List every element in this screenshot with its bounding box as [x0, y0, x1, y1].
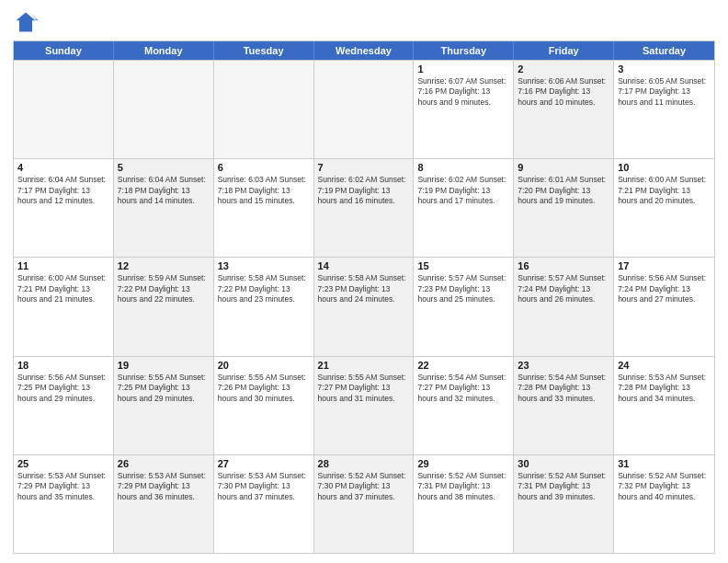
day-info: Sunrise: 5:53 AM Sunset: 7:29 PM Dayligh… [17, 471, 109, 502]
day-info: Sunrise: 5:57 AM Sunset: 7:24 PM Dayligh… [518, 273, 609, 304]
day-cell-25: 25Sunrise: 5:53 AM Sunset: 7:29 PM Dayli… [14, 455, 114, 553]
day-info: Sunrise: 6:04 AM Sunset: 7:18 PM Dayligh… [118, 175, 210, 206]
day-cell-15: 15Sunrise: 5:57 AM Sunset: 7:23 PM Dayli… [414, 258, 514, 355]
day-info: Sunrise: 6:07 AM Sunset: 7:16 PM Dayligh… [417, 76, 509, 108]
day-info: Sunrise: 5:52 AM Sunset: 7:30 PM Dayligh… [318, 471, 410, 502]
day-number: 18 [17, 360, 109, 371]
day-info: Sunrise: 6:00 AM Sunset: 7:21 PM Dayligh… [17, 273, 109, 304]
calendar-header-row: SundayMondayTuesdayWednesdayThursdayFrid… [14, 41, 714, 60]
empty-cell [314, 61, 415, 158]
logo [13, 9, 42, 35]
day-number: 12 [118, 260, 210, 271]
day-info: Sunrise: 5:54 AM Sunset: 7:27 PM Dayligh… [417, 373, 509, 404]
day-info: Sunrise: 6:01 AM Sunset: 7:20 PM Dayligh… [518, 175, 609, 206]
day-info: Sunrise: 6:02 AM Sunset: 7:19 PM Dayligh… [318, 175, 410, 206]
header-cell-friday: Friday [514, 41, 614, 60]
day-number: 3 [618, 63, 711, 75]
day-cell-18: 18Sunrise: 5:56 AM Sunset: 7:25 PM Dayli… [14, 357, 114, 454]
day-info: Sunrise: 5:52 AM Sunset: 7:32 PM Dayligh… [618, 471, 711, 502]
day-number: 26 [118, 458, 210, 469]
day-number: 23 [518, 360, 609, 371]
day-number: 27 [218, 458, 310, 469]
day-cell-26: 26Sunrise: 5:53 AM Sunset: 7:29 PM Dayli… [114, 455, 214, 553]
day-info: Sunrise: 5:58 AM Sunset: 7:23 PM Dayligh… [318, 273, 410, 304]
day-cell-21: 21Sunrise: 5:55 AM Sunset: 7:27 PM Dayli… [314, 357, 415, 454]
day-info: Sunrise: 5:55 AM Sunset: 7:25 PM Dayligh… [118, 373, 210, 404]
day-number: 4 [17, 162, 109, 173]
day-cell-28: 28Sunrise: 5:52 AM Sunset: 7:30 PM Dayli… [314, 455, 415, 553]
day-number: 29 [417, 458, 509, 469]
day-cell-8: 8Sunrise: 6:02 AM Sunset: 7:19 PM Daylig… [414, 159, 514, 257]
day-number: 25 [17, 458, 109, 469]
day-cell-6: 6Sunrise: 6:03 AM Sunset: 7:18 PM Daylig… [214, 159, 314, 257]
calendar-page: SundayMondayTuesdayWednesdayThursdayFrid… [0, 0, 728, 563]
calendar-row-3: 18Sunrise: 5:56 AM Sunset: 7:25 PM Dayli… [14, 356, 714, 454]
empty-cell [214, 61, 314, 158]
day-number: 7 [318, 162, 410, 173]
day-number: 9 [518, 162, 609, 173]
day-number: 28 [318, 458, 410, 469]
day-cell-19: 19Sunrise: 5:55 AM Sunset: 7:25 PM Dayli… [114, 357, 214, 454]
day-info: Sunrise: 6:03 AM Sunset: 7:18 PM Dayligh… [218, 175, 310, 206]
day-number: 15 [417, 260, 509, 271]
day-number: 24 [618, 360, 711, 371]
day-info: Sunrise: 5:56 AM Sunset: 7:25 PM Dayligh… [17, 373, 109, 404]
day-number: 10 [618, 162, 711, 173]
day-number: 21 [318, 360, 410, 371]
day-cell-12: 12Sunrise: 5:59 AM Sunset: 7:22 PM Dayli… [114, 258, 214, 355]
day-info: Sunrise: 5:53 AM Sunset: 7:30 PM Dayligh… [218, 471, 310, 502]
day-cell-31: 31Sunrise: 5:52 AM Sunset: 7:32 PM Dayli… [614, 455, 714, 553]
day-info: Sunrise: 6:02 AM Sunset: 7:19 PM Dayligh… [417, 175, 509, 206]
day-info: Sunrise: 6:05 AM Sunset: 7:17 PM Dayligh… [618, 76, 711, 108]
day-cell-17: 17Sunrise: 5:56 AM Sunset: 7:24 PM Dayli… [614, 258, 714, 355]
day-cell-2: 2Sunrise: 6:06 AM Sunset: 7:16 PM Daylig… [514, 61, 614, 158]
day-number: 2 [518, 63, 609, 75]
day-cell-20: 20Sunrise: 5:55 AM Sunset: 7:26 PM Dayli… [214, 357, 314, 454]
day-number: 17 [618, 260, 711, 271]
logo-icon [13, 9, 39, 35]
day-cell-27: 27Sunrise: 5:53 AM Sunset: 7:30 PM Dayli… [214, 455, 314, 553]
day-number: 30 [518, 458, 609, 469]
calendar: SundayMondayTuesdayWednesdayThursdayFrid… [13, 40, 715, 554]
day-number: 16 [518, 260, 609, 271]
empty-cell [114, 61, 214, 158]
day-info: Sunrise: 5:58 AM Sunset: 7:22 PM Dayligh… [218, 273, 310, 304]
calendar-row-4: 25Sunrise: 5:53 AM Sunset: 7:29 PM Dayli… [14, 454, 714, 553]
day-number: 5 [118, 162, 210, 173]
day-cell-29: 29Sunrise: 5:52 AM Sunset: 7:31 PM Dayli… [414, 455, 514, 553]
day-cell-4: 4Sunrise: 6:04 AM Sunset: 7:17 PM Daylig… [14, 159, 114, 257]
day-cell-14: 14Sunrise: 5:58 AM Sunset: 7:23 PM Dayli… [314, 258, 415, 355]
day-number: 31 [618, 458, 711, 469]
header-cell-saturday: Saturday [614, 41, 714, 60]
day-number: 20 [218, 360, 310, 371]
day-number: 19 [118, 360, 210, 371]
day-info: Sunrise: 5:52 AM Sunset: 7:31 PM Dayligh… [417, 471, 509, 502]
day-cell-16: 16Sunrise: 5:57 AM Sunset: 7:24 PM Dayli… [514, 258, 614, 355]
day-cell-10: 10Sunrise: 6:00 AM Sunset: 7:21 PM Dayli… [614, 159, 714, 257]
day-cell-11: 11Sunrise: 6:00 AM Sunset: 7:21 PM Dayli… [14, 258, 114, 355]
header [13, 9, 715, 35]
day-info: Sunrise: 5:55 AM Sunset: 7:27 PM Dayligh… [318, 373, 410, 404]
day-number: 8 [417, 162, 509, 173]
calendar-row-2: 11Sunrise: 6:00 AM Sunset: 7:21 PM Dayli… [14, 257, 714, 355]
calendar-body: 1Sunrise: 6:07 AM Sunset: 7:16 PM Daylig… [14, 60, 714, 553]
day-info: Sunrise: 6:00 AM Sunset: 7:21 PM Dayligh… [618, 175, 711, 206]
day-number: 22 [417, 360, 509, 371]
header-cell-wednesday: Wednesday [314, 41, 415, 60]
day-number: 11 [17, 260, 109, 271]
day-info: Sunrise: 5:56 AM Sunset: 7:24 PM Dayligh… [618, 273, 711, 304]
empty-cell [14, 61, 114, 158]
day-info: Sunrise: 6:06 AM Sunset: 7:16 PM Dayligh… [518, 76, 609, 108]
day-cell-1: 1Sunrise: 6:07 AM Sunset: 7:16 PM Daylig… [414, 61, 514, 158]
day-cell-23: 23Sunrise: 5:54 AM Sunset: 7:28 PM Dayli… [514, 357, 614, 454]
day-cell-7: 7Sunrise: 6:02 AM Sunset: 7:19 PM Daylig… [314, 159, 415, 257]
day-cell-3: 3Sunrise: 6:05 AM Sunset: 7:17 PM Daylig… [614, 61, 714, 158]
day-cell-5: 5Sunrise: 6:04 AM Sunset: 7:18 PM Daylig… [114, 159, 214, 257]
day-cell-22: 22Sunrise: 5:54 AM Sunset: 7:27 PM Dayli… [414, 357, 514, 454]
calendar-row-0: 1Sunrise: 6:07 AM Sunset: 7:16 PM Daylig… [14, 60, 714, 158]
day-number: 1 [417, 63, 509, 75]
day-info: Sunrise: 6:04 AM Sunset: 7:17 PM Dayligh… [17, 175, 109, 206]
header-cell-tuesday: Tuesday [214, 41, 314, 60]
header-cell-sunday: Sunday [14, 41, 114, 60]
day-info: Sunrise: 5:54 AM Sunset: 7:28 PM Dayligh… [518, 373, 609, 404]
